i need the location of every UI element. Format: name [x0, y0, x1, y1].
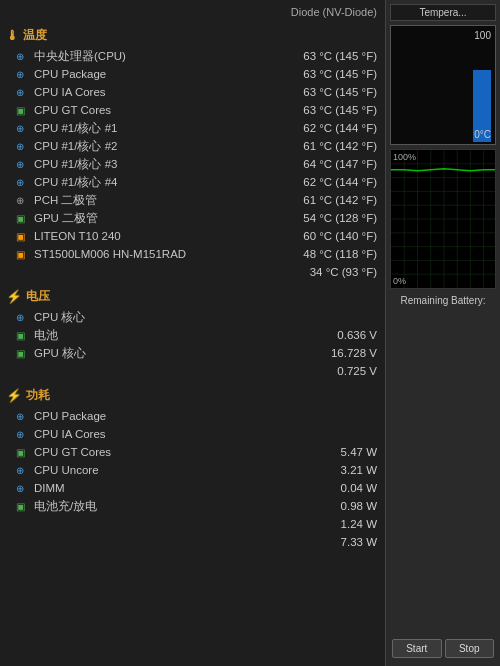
section-voltage: ⚡ 电压: [0, 285, 385, 308]
sensor-name: CPU GT Cores: [34, 446, 237, 458]
temp-min-label: 0°C: [474, 129, 491, 140]
sensor-type-icon: ⊕: [16, 177, 30, 188]
start-button[interactable]: Start: [392, 639, 442, 658]
temperature-panel-label: Tempera...: [395, 7, 491, 18]
sensor-name: CPU Uncore: [34, 464, 237, 476]
sensor-row: ⊕CPU Package: [0, 407, 385, 425]
right-panel: Tempera... 100 0°C: [385, 0, 500, 666]
sensor-row: 34 °C (93 °F): [0, 263, 385, 281]
sensor-type-icon: ▣: [16, 447, 30, 458]
sensor-value: 63 °C (145 °F): [237, 50, 377, 62]
sensor-type-icon: ⊕: [16, 51, 30, 62]
sensor-name: DIMM: [34, 482, 237, 494]
sensor-value: 60 °C (140 °F): [237, 230, 377, 242]
diode-label: Diode (NV-Diode): [291, 6, 377, 18]
temperature-icon: 🌡: [6, 28, 19, 43]
sensor-value: 0.636 V: [237, 329, 377, 341]
sensor-row: ⊕CPU Package63 °C (145 °F): [0, 65, 385, 83]
sensor-value: 54 °C (128 °F): [237, 212, 377, 224]
sensor-value: 5.47 W: [237, 446, 377, 458]
button-row: Start Stop: [390, 635, 496, 662]
sensor-type-icon: ⊕: [16, 69, 30, 80]
sensor-row: ▣GPU 二极管54 °C (128 °F): [0, 209, 385, 227]
sensor-name: GPU 核心: [34, 346, 237, 361]
sensor-row: ⊕CPU #1/核心 #462 °C (144 °F): [0, 173, 385, 191]
sensor-name: PCH 二极管: [34, 193, 237, 208]
sensor-name: CPU Package: [34, 410, 237, 422]
sensor-type-icon: ▣: [16, 105, 30, 116]
sensor-name: 电池充/放电: [34, 499, 237, 514]
sensor-value: 7.33 W: [237, 536, 377, 548]
sensor-name: CPU #1/核心 #3: [34, 157, 237, 172]
sensor-type-icon: ⊕: [16, 141, 30, 152]
temperature-label: 温度: [23, 27, 47, 44]
sensor-row: ⊕CPU IA Cores: [0, 425, 385, 443]
sensor-value: 1.24 W: [237, 518, 377, 530]
sensor-row: ⊕CPU 核心: [0, 308, 385, 326]
sensor-type-icon: ⊕: [16, 123, 30, 134]
sensor-row: ▣GPU 核心16.728 V: [0, 344, 385, 362]
battery-chart: 100% 0%: [390, 149, 496, 289]
sensor-row: ▣ST1500LM006 HN-M151RAD48 °C (118 °F): [0, 245, 385, 263]
sensor-type-icon: ▣: [16, 330, 30, 341]
sensor-value: 0.725 V: [237, 365, 377, 377]
sensor-value: 63 °C (145 °F): [237, 104, 377, 116]
stop-button[interactable]: Stop: [445, 639, 495, 658]
sensor-value: 62 °C (144 °F): [237, 122, 377, 134]
sensor-type-icon: ▣: [16, 249, 30, 260]
sensor-row: ⊕PCH 二极管61 °C (142 °F): [0, 191, 385, 209]
sensor-type-icon: ⊕: [16, 312, 30, 323]
sensor-name: 电池: [34, 328, 237, 343]
sensor-row: 7.33 W: [0, 533, 385, 551]
sensor-type-icon: ▣: [16, 231, 30, 242]
sensor-type-icon: ▣: [16, 348, 30, 359]
sensor-row: ⊕中央处理器(CPU)63 °C (145 °F): [0, 47, 385, 65]
sensor-row: ▣电池充/放电0.98 W: [0, 497, 385, 515]
power-label: 功耗: [26, 387, 50, 404]
sensor-name: GPU 二极管: [34, 211, 237, 226]
sensor-value: 3.21 W: [237, 464, 377, 476]
chart-label-100: 100%: [393, 152, 416, 162]
sensor-name: LITEON T10 240: [34, 230, 237, 242]
sensor-value: 63 °C (145 °F): [237, 68, 377, 80]
sensor-type-icon: ⊕: [16, 159, 30, 170]
sensor-row: ⊕CPU IA Cores63 °C (145 °F): [0, 83, 385, 101]
sensor-row: ⊕CPU Uncore3.21 W: [0, 461, 385, 479]
voltage-sensors: ⊕CPU 核心▣电池0.636 V▣GPU 核心16.728 V0.725 V: [0, 308, 385, 380]
sensor-name: ST1500LM006 HN-M151RAD: [34, 248, 237, 260]
sensor-value: 0.98 W: [237, 500, 377, 512]
sensor-value: 61 °C (142 °F): [237, 140, 377, 152]
left-panel: Diode (NV-Diode) 🌡 温度 ⊕中央处理器(CPU)63 °C (…: [0, 0, 385, 666]
voltage-icon: ⚡: [6, 289, 22, 304]
sensor-row: ⊕DIMM0.04 W: [0, 479, 385, 497]
temp-max-label: 100: [474, 30, 491, 41]
header-row: Diode (NV-Diode): [0, 4, 385, 20]
sensor-row: ▣电池0.636 V: [0, 326, 385, 344]
sensor-name: CPU #1/核心 #4: [34, 175, 237, 190]
sensor-name: CPU #1/核心 #2: [34, 139, 237, 154]
temperature-sensors: ⊕中央处理器(CPU)63 °C (145 °F)⊕CPU Package63 …: [0, 47, 385, 281]
sensor-type-icon: ⊕: [16, 465, 30, 476]
power-icon: ⚡: [6, 388, 22, 403]
sensor-type-icon: ▣: [16, 501, 30, 512]
sensor-type-icon: ▣: [16, 213, 30, 224]
sensor-type-icon: ⊕: [16, 87, 30, 98]
sensor-name: CPU Package: [34, 68, 237, 80]
sensor-value: 63 °C (145 °F): [237, 86, 377, 98]
sensor-type-icon: ⊕: [16, 483, 30, 494]
sensor-type-icon: ⊕: [16, 411, 30, 422]
sensor-row: ▣CPU GT Cores63 °C (145 °F): [0, 101, 385, 119]
sensor-row: ▣CPU GT Cores5.47 W: [0, 443, 385, 461]
sensor-name: CPU 核心: [34, 310, 237, 325]
sensor-row: ⊕CPU #1/核心 #162 °C (144 °F): [0, 119, 385, 137]
right-panel-header: Tempera...: [390, 4, 496, 21]
sensor-value: 34 °C (93 °F): [237, 266, 377, 278]
sensor-type-icon: ⊕: [16, 429, 30, 440]
voltage-label: 电压: [26, 288, 50, 305]
sensor-name: CPU GT Cores: [34, 104, 237, 116]
sensor-row: ▣LITEON T10 24060 °C (140 °F): [0, 227, 385, 245]
section-temperature: 🌡 温度: [0, 24, 385, 47]
sensor-name: 中央处理器(CPU): [34, 49, 237, 64]
sensor-value: 0.04 W: [237, 482, 377, 494]
sensor-value: 16.728 V: [237, 347, 377, 359]
